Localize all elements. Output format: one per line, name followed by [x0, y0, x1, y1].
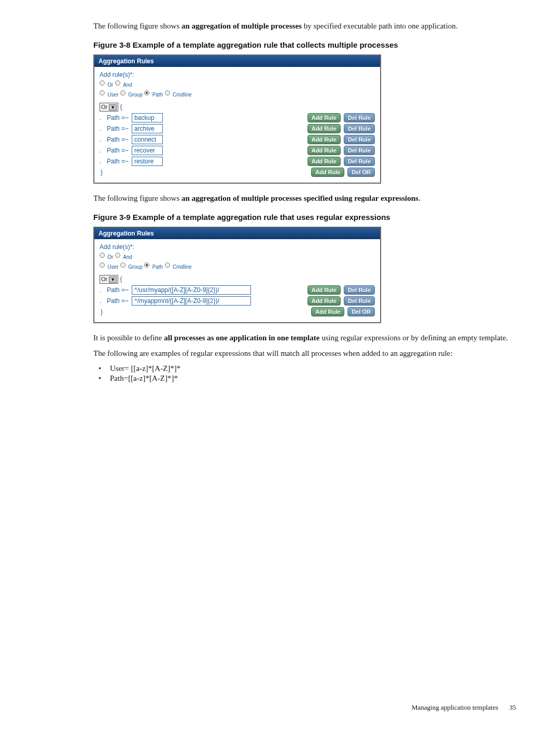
rule-row: . Path =~ ^/myappmnt/([A-Z][A-Z0-9]{2})/… [100, 296, 375, 306]
radio-cmdline[interactable] [165, 90, 170, 95]
text: The following figure shows [93, 22, 181, 30]
add-rule-button[interactable]: Add Rule [307, 285, 341, 295]
radio-or[interactable] [100, 80, 105, 86]
brace-close: } [100, 308, 103, 315]
rule-input[interactable]: recover [132, 146, 163, 155]
radio-cmdline[interactable] [165, 263, 170, 268]
radio-user-label: User [107, 92, 118, 98]
del-rule-button[interactable]: Del Rule [344, 285, 375, 295]
bullet-icon: . [100, 114, 104, 121]
add-rule-button[interactable]: Add Rule [307, 157, 341, 166]
del-rule-button[interactable]: Del Rule [344, 135, 375, 144]
bullet-icon: . [100, 297, 104, 305]
radio-cmdline-label: Cmdline [173, 264, 192, 270]
rule-row: . Path =~ archive Add Rule Del Rule [100, 124, 375, 133]
radio-group[interactable] [120, 90, 125, 95]
path-operator: Path =~ [107, 158, 129, 165]
radio-user-label: User [107, 264, 118, 270]
aggregation-rules-panel-2: Aggregation Rules Add rule(s)*: Or And U… [93, 227, 381, 323]
regex-examples-list: User= [[a-z]*[A-Z]*]* Path=[[a-z]*[A-Z]*… [93, 364, 516, 383]
add-rules-label: Add rule(s)*: [100, 243, 375, 251]
add-rule-button[interactable]: Add Rule [311, 168, 344, 177]
path-operator: Path =~ [107, 297, 129, 305]
add-rule-button[interactable]: Add Rule [307, 124, 341, 133]
figure-3-9-caption: Figure 3-9 Example of a template aggrega… [93, 213, 516, 222]
close-row: } Add Rule Del OR [100, 168, 375, 177]
path-operator: Path =~ [107, 286, 129, 294]
radio-or[interactable] [100, 253, 105, 258]
bullet-icon: . [100, 158, 104, 165]
chevron-down-icon: ▼ [109, 277, 117, 283]
brace-open: { [120, 103, 122, 110]
footer-text: Managing application templates [412, 703, 498, 711]
logic-select-value: Or [101, 104, 107, 110]
rule-row: . Path =~ recover Add Rule Del Rule [100, 146, 375, 155]
add-rule-button[interactable]: Add Rule [307, 146, 341, 155]
bullet-icon: . [100, 125, 104, 132]
radio-and[interactable] [115, 80, 120, 86]
rule-row: . Path =~ backup Add Rule Del Rule [100, 113, 375, 122]
radio-group-label: Group [128, 92, 143, 98]
radio-and-label: And [123, 255, 132, 260]
rule-row: . Path =~ ^/usr/myapp/([A-Z][A-Z0-9]{2})… [100, 285, 375, 295]
chevron-down-icon: ▼ [109, 104, 117, 110]
intro-paragraph-2: The following figure shows an aggregatio… [93, 193, 516, 203]
text-bold: an aggregation of multiple processes spe… [181, 194, 418, 202]
del-or-button[interactable]: Del OR [347, 307, 375, 316]
rule-input[interactable]: ^/usr/myapp/([A-Z][A-Z0-9]{2})/ [132, 285, 251, 295]
radio-or-label: Or [107, 82, 113, 88]
text: It is possible to define [93, 334, 164, 342]
add-rule-button[interactable]: Add Rule [307, 113, 341, 122]
rule-input[interactable]: ^/myappmnt/([A-Z][A-Z0-9]{2})/ [132, 296, 251, 306]
text: The following figure shows [93, 194, 181, 202]
brace-close: } [100, 169, 103, 176]
radio-path-label: Path [152, 92, 163, 98]
radio-path[interactable] [144, 263, 149, 268]
paragraph-examples-intro: The following are examples of regular ex… [93, 348, 516, 358]
text: . [418, 194, 421, 202]
text-bold: an aggregation of multiple processes [181, 22, 302, 30]
logic-select[interactable]: Or▼ [100, 275, 118, 284]
paragraph-all-processes: It is possible to define all processes a… [93, 333, 516, 343]
del-rule-button[interactable]: Del Rule [344, 113, 375, 122]
path-operator: Path =~ [107, 125, 129, 132]
rule-input[interactable]: archive [132, 124, 163, 133]
radio-user[interactable] [100, 263, 105, 268]
del-rule-button[interactable]: Del Rule [344, 296, 375, 306]
page-number: 35 [509, 703, 516, 712]
radio-and-label: And [123, 82, 132, 88]
rule-input[interactable]: connect [132, 135, 163, 144]
bullet-icon: . [100, 286, 104, 294]
add-rule-button[interactable]: Add Rule [307, 135, 341, 144]
path-operator: Path =~ [107, 136, 129, 143]
logic-select[interactable]: Or▼ [100, 103, 118, 112]
intro-paragraph-1: The following figure shows an aggregatio… [93, 21, 516, 31]
rule-input[interactable]: backup [132, 113, 163, 122]
panel-header: Aggregation Rules [94, 228, 380, 239]
rule-row: . Path =~ connect Add Rule Del Rule [100, 135, 375, 144]
text-bold: all processes as one application in one … [164, 334, 319, 342]
path-operator: Path =~ [107, 114, 129, 121]
list-item: Path=[[a-z]*[A-Z]*]* [99, 374, 516, 383]
del-rule-button[interactable]: Del Rule [344, 124, 375, 133]
rule-input[interactable]: restore [132, 157, 163, 166]
radio-cmdline-label: Cmdline [173, 92, 192, 98]
add-rule-button[interactable]: Add Rule [311, 307, 344, 316]
rule-row: . Path =~ restore Add Rule Del Rule [100, 157, 375, 166]
bullet-icon: . [100, 147, 104, 154]
radio-group[interactable] [120, 263, 125, 268]
radio-path[interactable] [144, 90, 149, 95]
radio-group-label: Group [128, 264, 143, 270]
radio-user[interactable] [100, 90, 105, 95]
radio-path-label: Path [152, 264, 163, 270]
panel-header: Aggregation Rules [94, 56, 380, 67]
figure-3-8-caption: Figure 3-8 Example of a template aggrega… [93, 40, 516, 49]
del-or-button[interactable]: Del OR [347, 168, 375, 177]
add-rule-button[interactable]: Add Rule [307, 296, 341, 306]
del-rule-button[interactable]: Del Rule [344, 157, 375, 166]
del-rule-button[interactable]: Del Rule [344, 146, 375, 155]
path-operator: Path =~ [107, 147, 129, 154]
text: by specified executable path into one ap… [302, 22, 458, 30]
page-footer: Managing application templates 35 [412, 703, 516, 712]
radio-and[interactable] [115, 253, 120, 258]
